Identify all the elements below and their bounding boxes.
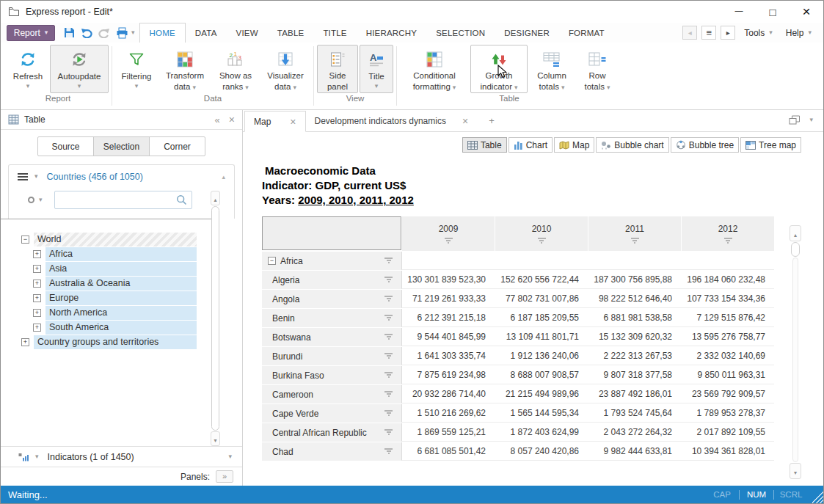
ribbon-tab-title[interactable]: TITLE [313,23,356,43]
filter-icon[interactable] [384,296,393,302]
scroll-up-button[interactable] [211,191,220,205]
row-header[interactable]: Benin [262,309,401,327]
tree-scrollbar[interactable] [211,191,220,446]
tools-menu[interactable]: Tools [740,28,777,38]
undo-button[interactable] [79,25,95,41]
row-header[interactable]: Cameroon [262,385,401,403]
ribbon-tab-view[interactable]: VIEW [227,23,268,43]
column-header-2011[interactable]: 2011 [588,216,681,251]
table-cell[interactable]: 6 881 981 538,58 [588,309,681,327]
close-tab-icon[interactable] [462,115,468,127]
help-menu[interactable]: Help [781,28,816,38]
collapse-icon[interactable] [21,235,29,244]
table-cell[interactable]: 130 301 839 523,30 [401,271,495,289]
chevron-down-icon[interactable] [34,173,38,180]
row-header[interactable]: Burkina Faso [262,366,401,384]
doc-tab-development-indicators[interactable]: Development indicators dynamics [306,110,478,131]
table-cell[interactable]: 77 802 731 007,86 [495,290,588,308]
table-cell[interactable]: 6 681 085 501,42 [401,442,495,461]
view-bubble-chart-button[interactable]: Bubble chart [596,137,668,153]
tree-item-country-groups[interactable]: Country groups and territories [1,335,242,349]
filter-icon[interactable] [384,429,393,436]
filter-icon[interactable] [384,391,393,398]
table-cell[interactable]: 23 569 792 909,57 [681,385,774,403]
nav-left-button[interactable] [682,26,697,40]
table-cell[interactable]: 21 215 494 989,96 [495,385,588,403]
table-cell[interactable]: 7 129 515 876,42 [681,309,774,327]
table-cell[interactable]: 13 109 411 801,71 [495,328,588,346]
tree-item-europe[interactable]: Europe [1,291,242,305]
table-cell[interactable]: 152 620 556 722,44 [495,271,588,289]
nav-right-button[interactable] [721,26,735,40]
scroll-up-button[interactable] [790,225,801,241]
table-cell[interactable]: 20 932 286 714,40 [401,385,495,403]
filter-icon[interactable] [384,448,393,455]
cascade-windows-icon[interactable] [789,115,801,125]
window-list-button[interactable] [701,26,716,40]
row-header[interactable]: Algeria [262,271,401,289]
close-panel-button[interactable] [229,113,235,126]
filter-icon[interactable] [384,372,393,379]
table-cell[interactable]: 9 850 011 963,31 [681,366,774,384]
table-cell[interactable]: 1 869 559 125,21 [401,423,495,442]
table-scrollbar[interactable] [790,225,801,479]
table-cell[interactable]: 8 057 240 420,86 [495,442,588,461]
row-header[interactable]: Chad [262,442,401,461]
table-cell[interactable]: 1 912 136 240,06 [495,347,588,365]
ribbon-tab-table[interactable]: TABLE [268,23,314,43]
search-scope-icon[interactable] [28,197,34,203]
table-cell[interactable]: 23 887 492 186,01 [588,385,681,403]
print-button[interactable] [114,25,130,41]
resize-grip[interactable] [812,486,823,503]
doc-tab-map[interactable]: Map [244,111,306,132]
column-header-2012[interactable]: 2012 [682,216,774,251]
filter-icon[interactable] [384,277,393,283]
save-button[interactable] [61,25,77,41]
table-cell[interactable]: 98 222 512 646,40 [588,290,681,308]
table-cell[interactable]: 107 733 154 334,36 [681,290,774,308]
row-header[interactable]: Botswana [262,328,401,346]
side-panel-button[interactable]: Side panel [317,45,358,93]
filter-icon[interactable] [724,238,732,244]
filter-icon[interactable] [445,238,453,244]
report-menu-button[interactable]: Report [7,25,55,41]
table-cell[interactable]: 9 544 401 845,99 [401,328,495,346]
table-cell[interactable]: 196 184 060 232,48 [681,271,774,289]
expand-icon[interactable] [33,324,41,332]
tab-corner[interactable]: Corner [149,136,205,156]
expand-icon[interactable] [33,265,41,273]
filtering-button[interactable]: Filtering [115,45,158,93]
ribbon-tab-designer[interactable]: DESIGNER [495,23,559,43]
column-header-2010[interactable]: 2010 [495,216,588,251]
close-tab-icon[interactable] [290,116,296,128]
chevron-down-icon[interactable] [809,117,813,123]
table-cell[interactable]: 13 595 276 758,77 [681,328,774,346]
table-cell[interactable]: 6 212 391 215,18 [401,309,495,327]
minimize-button[interactable] [722,1,756,23]
growth-indicator-button[interactable]: Growth indicator [470,45,528,93]
ribbon-tab-format[interactable]: FORMAT [559,23,614,43]
view-map-button[interactable]: Map [554,137,594,153]
expand-icon[interactable] [33,250,41,258]
conditional-formatting-button[interactable]: Conditional formatting [400,45,469,93]
title-button[interactable]: A Title [360,45,393,93]
table-cell[interactable]: 10 394 361 828,01 [681,442,774,461]
tab-selection[interactable]: Selection [93,136,150,156]
table-cell[interactable]: 1 872 403 624,99 [495,423,588,442]
table-cell[interactable]: 7 875 619 234,98 [401,366,495,384]
ribbon-tab-data[interactable]: DATA [186,23,227,43]
collapse-section-icon[interactable] [222,173,225,180]
view-bubble-tree-button[interactable]: Bubble tree [671,137,739,153]
table-cell[interactable]: 1 641 303 335,74 [401,347,495,365]
tree-item-north-america[interactable]: North America [1,305,242,320]
transform-data-button[interactable]: Transform data [159,45,211,93]
table-cell[interactable]: 2 017 892 109,55 [681,423,774,442]
tree-item-asia[interactable]: Asia [1,261,242,276]
table-cell[interactable]: 187 300 756 895,88 [588,271,681,289]
table-cell[interactable]: 71 219 261 933,33 [401,290,495,308]
tree-item-world[interactable]: World [1,232,242,246]
table-cell[interactable]: 9 982 444 633,81 [588,442,681,461]
view-table-button[interactable]: Table [462,137,507,153]
tree-item-africa[interactable]: Africa [1,246,242,261]
indicators-header-row[interactable]: Indicators (1 of 1450) [1,446,242,467]
